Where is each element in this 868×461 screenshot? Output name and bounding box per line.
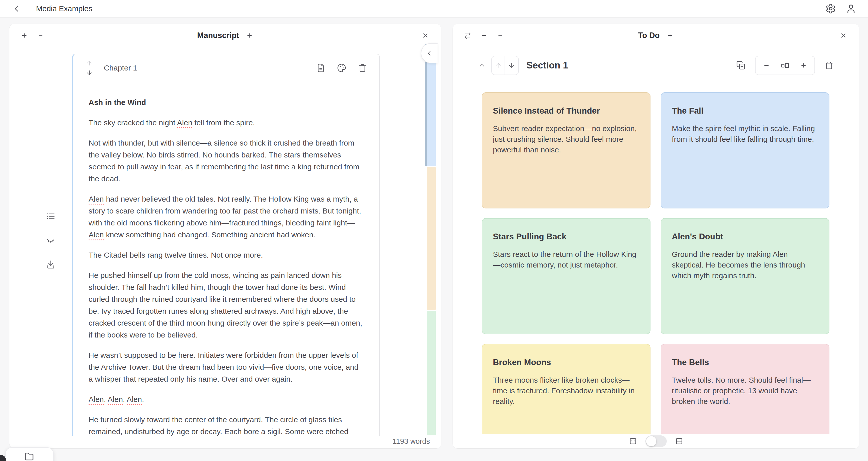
todo-panel-title: To Do — [638, 31, 660, 40]
swap-horizontal-icon — [464, 32, 471, 39]
move-chapter-down-button[interactable] — [86, 69, 93, 76]
section-actions — [736, 56, 834, 75]
card-size-indicator[interactable] — [780, 61, 789, 70]
arrow-down-icon — [86, 69, 93, 76]
todo-zoom-in-button[interactable] — [480, 32, 488, 39]
view-toggle-switch[interactable] — [645, 435, 667, 447]
manuscript-zoom-out-button[interactable] — [37, 32, 44, 39]
list-icon — [46, 211, 56, 221]
paragraph[interactable]: The Citadel bells rang twelve times. Not… — [89, 249, 363, 261]
app-screen: Media Examples — [0, 0, 868, 461]
note-card-body: Three moons flicker like broken clocks—t… — [493, 375, 639, 407]
move-section-down-button[interactable] — [505, 56, 518, 74]
todo-panel-header: To Do — [453, 24, 859, 47]
plus-icon — [246, 32, 253, 39]
minimap-segment-green[interactable] — [427, 311, 436, 435]
gear-icon — [825, 3, 836, 14]
rows-view-button[interactable] — [675, 437, 683, 445]
account-button[interactable] — [846, 3, 856, 14]
card-size-controls — [755, 56, 815, 75]
note-card-body: Subvert reader expectation—no explosion,… — [493, 123, 639, 155]
manuscript-add-button[interactable] — [246, 32, 253, 39]
manuscript-zoom-in-button[interactable] — [21, 32, 28, 39]
paragraph[interactable]: He pushed himself up from the cold moss,… — [89, 269, 363, 341]
trash-icon — [358, 63, 367, 72]
project-folder-button[interactable] — [5, 447, 54, 461]
section-delete-button[interactable] — [825, 61, 834, 70]
collapse-panel-button[interactable] — [421, 43, 438, 63]
todo-swap-button[interactable] — [464, 32, 471, 39]
note-card[interactable]: Silence Instead of Thunder Subvert reade… — [482, 92, 650, 208]
note-card-body: Twelve tolls. No more. Should feel final… — [672, 375, 818, 407]
minus-icon — [497, 33, 503, 38]
manuscript-panel: Manuscript — [9, 24, 441, 448]
focus-mode-button[interactable] — [46, 236, 56, 245]
kanban-icon — [629, 437, 637, 445]
workspace: Manuscript — [0, 18, 868, 461]
minus-icon — [763, 62, 770, 69]
note-card-title: Stars Pulling Back — [493, 232, 639, 241]
move-section-up-button[interactable] — [492, 56, 505, 74]
card-size-decrease-button[interactable] — [763, 62, 770, 69]
section-title[interactable]: Section 1 — [526, 60, 568, 71]
plus-icon — [667, 32, 673, 39]
chapter-actions — [316, 63, 367, 72]
word-count: 1193 words — [392, 437, 430, 446]
board-view-button[interactable] — [629, 437, 637, 445]
plus-icon — [21, 32, 28, 39]
rows-icon — [675, 437, 683, 445]
chapter-card: Chapter 1 Ash in the Wind — [72, 54, 380, 448]
paragraph[interactable]: He wasn’t supposed to be here. Initiates… — [89, 349, 363, 385]
chapter-title[interactable]: Chapter 1 — [104, 64, 137, 72]
arrow-down-icon — [508, 62, 515, 69]
chevron-left-icon — [426, 50, 433, 57]
note-card[interactable]: Alen's Doubt Ground the reader by making… — [661, 218, 830, 334]
card-size-icon — [780, 61, 789, 70]
toggle-knob — [646, 436, 656, 446]
minimap-scroll-thumb[interactable] — [425, 44, 427, 166]
plus-icon — [800, 62, 807, 69]
manuscript-footer: 1193 words — [10, 436, 441, 448]
note-card[interactable]: The Fall Make the spire feel mythic in s… — [661, 92, 830, 208]
manuscript-close-button[interactable] — [421, 31, 430, 40]
plus-icon — [481, 32, 487, 39]
move-chapter-up-button[interactable] — [86, 59, 93, 67]
paragraph[interactable]: Not with thunder, but with silence—a sil… — [89, 137, 363, 185]
settings-button[interactable] — [825, 3, 836, 14]
todo-close-button[interactable] — [839, 31, 848, 40]
section-collapse-button[interactable] — [478, 62, 486, 69]
outline-button[interactable] — [46, 211, 56, 221]
chevron-left-icon — [12, 4, 22, 13]
trash-icon — [825, 61, 834, 70]
todo-panel: To Do — [453, 24, 859, 448]
todo-add-button[interactable] — [666, 32, 674, 39]
chapter-color-button[interactable] — [337, 63, 346, 72]
paragraph[interactable]: Alen had never believed the old tales. N… — [89, 193, 363, 241]
note-card[interactable]: Stars Pulling Back Stars react to the re… — [482, 218, 650, 334]
manuscript-editor[interactable]: Ash in the Wind The sky cracked the nigh… — [73, 82, 379, 448]
note-cards-grid: Silence Instead of Thunder Subvert reade… — [482, 92, 830, 448]
note-card-title: The Fall — [672, 106, 818, 116]
download-button[interactable] — [46, 260, 56, 269]
chevron-up-icon — [478, 62, 486, 69]
note-card[interactable]: The Bells Twelve tolls. No more. Should … — [661, 344, 830, 448]
back-button[interactable] — [12, 4, 22, 14]
close-icon — [840, 32, 847, 39]
card-size-increase-button[interactable] — [800, 62, 807, 69]
eye-closed-icon — [46, 236, 56, 245]
note-card-body: Ground the reader by making Alen skeptic… — [672, 249, 818, 281]
minimap-segment-orange[interactable] — [427, 167, 436, 310]
chapter-reorder-controls — [86, 59, 93, 76]
note-card[interactable]: Broken Moons Three moons flicker like br… — [482, 344, 650, 448]
manuscript-panel-title: Manuscript — [197, 31, 239, 40]
paragraph[interactable]: The sky cracked the night Alen fell from… — [89, 117, 363, 129]
todo-zoom-out-button[interactable] — [496, 32, 504, 39]
manuscript-panel-header: Manuscript — [9, 24, 441, 47]
chapter-delete-button[interactable] — [358, 63, 367, 72]
chapter-notes-button[interactable] — [316, 63, 326, 72]
scene-heading[interactable]: Ash in the Wind — [89, 96, 363, 108]
paragraph[interactable]: Alen. Alen. Alen. — [89, 393, 363, 405]
close-icon — [422, 32, 429, 39]
palette-icon — [337, 63, 346, 73]
duplicate-card-button[interactable] — [736, 61, 745, 70]
